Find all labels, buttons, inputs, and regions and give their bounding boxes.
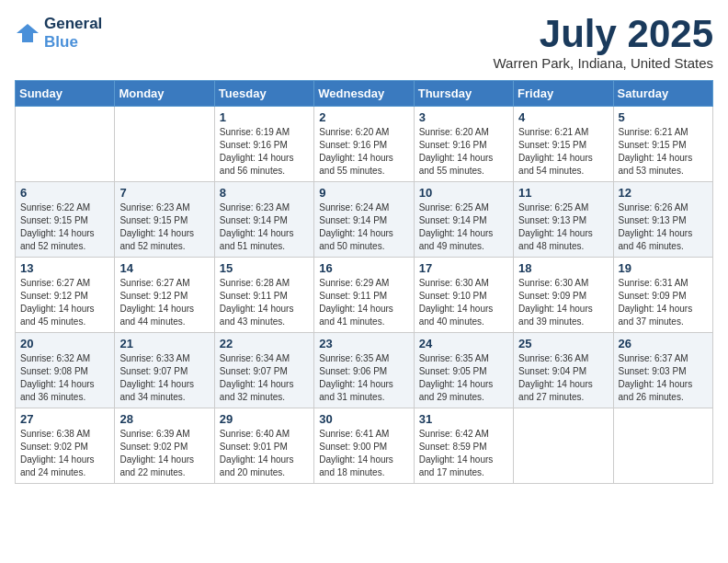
day-number: 15: [220, 261, 309, 275]
month-title: July 2025: [493, 15, 713, 53]
day-info: Sunrise: 6:19 AM Sunset: 9:16 PM Dayligh…: [220, 126, 309, 178]
day-info: Sunrise: 6:34 AM Sunset: 9:07 PM Dayligh…: [220, 352, 309, 404]
calendar-cell: 5Sunrise: 6:21 AM Sunset: 9:15 PM Daylig…: [613, 107, 712, 182]
day-info: Sunrise: 6:32 AM Sunset: 9:08 PM Dayligh…: [20, 352, 109, 404]
calendar-cell: 28Sunrise: 6:39 AM Sunset: 9:02 PM Dayli…: [115, 408, 214, 484]
day-number: 24: [419, 337, 508, 350]
day-info: Sunrise: 6:21 AM Sunset: 9:15 PM Dayligh…: [619, 126, 708, 178]
calendar-cell: 1Sunrise: 6:19 AM Sunset: 9:16 PM Daylig…: [214, 107, 313, 182]
calendar-cell: 10Sunrise: 6:25 AM Sunset: 9:14 PM Dayli…: [414, 182, 513, 258]
day-number: 28: [119, 412, 209, 426]
week-row-2: 6Sunrise: 6:22 AM Sunset: 9:15 PM Daylig…: [16, 182, 713, 258]
calendar-cell: 8Sunrise: 6:23 AM Sunset: 9:14 PM Daylig…: [214, 182, 313, 258]
day-info: Sunrise: 6:35 AM Sunset: 9:05 PM Dayligh…: [419, 352, 508, 404]
calendar-cell: 27Sunrise: 6:38 AM Sunset: 9:02 PM Dayli…: [16, 408, 115, 484]
logo-icon: [15, 20, 40, 46]
day-number: 13: [20, 261, 109, 275]
calendar-cell: [115, 107, 214, 182]
day-number: 31: [419, 412, 508, 426]
week-row-3: 13Sunrise: 6:27 AM Sunset: 9:12 PM Dayli…: [16, 258, 713, 333]
week-row-4: 20Sunrise: 6:32 AM Sunset: 9:08 PM Dayli…: [16, 333, 713, 408]
day-info: Sunrise: 6:30 AM Sunset: 9:09 PM Dayligh…: [518, 277, 608, 328]
day-info: Sunrise: 6:42 AM Sunset: 8:59 PM Dayligh…: [419, 428, 508, 479]
day-number: 3: [419, 110, 508, 124]
day-number: 14: [119, 261, 209, 275]
day-number: 19: [619, 261, 708, 275]
day-number: 20: [20, 337, 109, 350]
calendar-cell: 9Sunrise: 6:24 AM Sunset: 9:14 PM Daylig…: [314, 182, 414, 258]
day-info: Sunrise: 6:38 AM Sunset: 9:02 PM Dayligh…: [20, 428, 109, 479]
calendar-body: 1Sunrise: 6:19 AM Sunset: 9:16 PM Daylig…: [16, 107, 713, 484]
calendar-cell: 31Sunrise: 6:42 AM Sunset: 8:59 PM Dayli…: [414, 408, 513, 484]
day-number: 17: [419, 261, 508, 275]
title-block: July 2025 Warren Park, Indiana, United S…: [493, 15, 713, 71]
calendar-cell: 11Sunrise: 6:25 AM Sunset: 9:13 PM Dayli…: [514, 182, 613, 258]
day-info: Sunrise: 6:25 AM Sunset: 9:13 PM Dayligh…: [518, 201, 608, 253]
day-info: Sunrise: 6:29 AM Sunset: 9:11 PM Dayligh…: [319, 277, 408, 328]
calendar-cell: 16Sunrise: 6:29 AM Sunset: 9:11 PM Dayli…: [314, 258, 414, 333]
location: Warren Park, Indiana, United States: [493, 55, 713, 71]
day-number: 26: [619, 337, 708, 350]
day-number: 23: [319, 337, 408, 350]
day-number: 12: [619, 186, 708, 200]
day-info: Sunrise: 6:39 AM Sunset: 9:02 PM Dayligh…: [119, 428, 209, 479]
day-number: 30: [319, 412, 408, 426]
day-number: 22: [220, 337, 309, 350]
logo-text: General Blue: [44, 15, 102, 52]
day-number: 29: [220, 412, 309, 426]
day-number: 16: [319, 261, 408, 275]
day-info: Sunrise: 6:28 AM Sunset: 9:11 PM Dayligh…: [220, 277, 309, 328]
calendar-cell: 30Sunrise: 6:41 AM Sunset: 9:00 PM Dayli…: [314, 408, 414, 484]
calendar-cell: 22Sunrise: 6:34 AM Sunset: 9:07 PM Dayli…: [214, 333, 313, 408]
day-number: 2: [319, 110, 408, 124]
day-info: Sunrise: 6:37 AM Sunset: 9:03 PM Dayligh…: [619, 352, 708, 404]
day-number: 11: [518, 186, 608, 200]
weekday-header-tuesday: Tuesday: [214, 81, 313, 107]
calendar-cell: 2Sunrise: 6:20 AM Sunset: 9:16 PM Daylig…: [314, 107, 414, 182]
calendar-cell: 14Sunrise: 6:27 AM Sunset: 9:12 PM Dayli…: [115, 258, 214, 333]
week-row-1: 1Sunrise: 6:19 AM Sunset: 9:16 PM Daylig…: [16, 107, 713, 182]
calendar-cell: 12Sunrise: 6:26 AM Sunset: 9:13 PM Dayli…: [613, 182, 712, 258]
svg-marker-0: [17, 24, 39, 42]
weekday-header-friday: Friday: [514, 81, 613, 107]
calendar-cell: 23Sunrise: 6:35 AM Sunset: 9:06 PM Dayli…: [314, 333, 414, 408]
day-info: Sunrise: 6:20 AM Sunset: 9:16 PM Dayligh…: [419, 126, 508, 178]
day-number: 5: [619, 110, 708, 124]
calendar-cell: 21Sunrise: 6:33 AM Sunset: 9:07 PM Dayli…: [115, 333, 214, 408]
calendar-cell: 4Sunrise: 6:21 AM Sunset: 9:15 PM Daylig…: [514, 107, 613, 182]
day-info: Sunrise: 6:30 AM Sunset: 9:10 PM Dayligh…: [419, 277, 508, 328]
day-number: 7: [119, 186, 209, 200]
day-info: Sunrise: 6:35 AM Sunset: 9:06 PM Dayligh…: [319, 352, 408, 404]
day-info: Sunrise: 6:27 AM Sunset: 9:12 PM Dayligh…: [20, 277, 109, 328]
calendar-cell: 26Sunrise: 6:37 AM Sunset: 9:03 PM Dayli…: [613, 333, 712, 408]
calendar-cell: 19Sunrise: 6:31 AM Sunset: 9:09 PM Dayli…: [613, 258, 712, 333]
day-info: Sunrise: 6:25 AM Sunset: 9:14 PM Dayligh…: [419, 201, 508, 253]
weekday-header-thursday: Thursday: [414, 81, 513, 107]
day-info: Sunrise: 6:36 AM Sunset: 9:04 PM Dayligh…: [518, 352, 608, 404]
weekday-header-monday: Monday: [115, 81, 214, 107]
day-number: 9: [319, 186, 408, 200]
day-number: 4: [518, 110, 608, 124]
day-info: Sunrise: 6:41 AM Sunset: 9:00 PM Dayligh…: [319, 428, 408, 479]
day-number: 21: [119, 337, 209, 350]
day-info: Sunrise: 6:22 AM Sunset: 9:15 PM Dayligh…: [20, 201, 109, 253]
day-info: Sunrise: 6:20 AM Sunset: 9:16 PM Dayligh…: [319, 126, 408, 178]
day-info: Sunrise: 6:27 AM Sunset: 9:12 PM Dayligh…: [119, 277, 209, 328]
logo: General Blue: [15, 15, 102, 52]
page-header: General Blue July 2025 Warren Park, Indi…: [15, 15, 713, 71]
day-info: Sunrise: 6:24 AM Sunset: 9:14 PM Dayligh…: [319, 201, 408, 253]
calendar-cell: 6Sunrise: 6:22 AM Sunset: 9:15 PM Daylig…: [16, 182, 115, 258]
calendar-cell: 20Sunrise: 6:32 AM Sunset: 9:08 PM Dayli…: [16, 333, 115, 408]
calendar-cell: [613, 408, 712, 484]
day-number: 8: [220, 186, 309, 200]
weekday-header-sunday: Sunday: [16, 81, 115, 107]
calendar-cell: 17Sunrise: 6:30 AM Sunset: 9:10 PM Dayli…: [414, 258, 513, 333]
calendar-cell: 15Sunrise: 6:28 AM Sunset: 9:11 PM Dayli…: [214, 258, 313, 333]
day-number: 18: [518, 261, 608, 275]
day-info: Sunrise: 6:23 AM Sunset: 9:14 PM Dayligh…: [220, 201, 309, 253]
calendar-cell: 29Sunrise: 6:40 AM Sunset: 9:01 PM Dayli…: [214, 408, 313, 484]
calendar-cell: 3Sunrise: 6:20 AM Sunset: 9:16 PM Daylig…: [414, 107, 513, 182]
weekday-header-wednesday: Wednesday: [314, 81, 414, 107]
weekday-header-saturday: Saturday: [613, 81, 712, 107]
calendar-table: SundayMondayTuesdayWednesdayThursdayFrid…: [15, 80, 713, 484]
